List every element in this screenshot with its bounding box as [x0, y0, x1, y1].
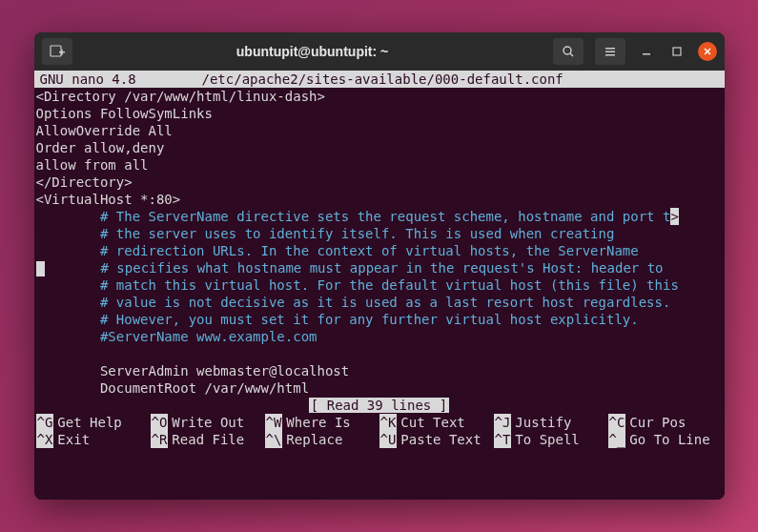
comment-text: # However, you must set it for any furth…: [100, 312, 639, 327]
close-button[interactable]: [698, 42, 717, 61]
svg-rect-9: [673, 48, 681, 55]
comment-text: # the server uses to identify itself. Th…: [100, 226, 614, 241]
new-terminal-button[interactable]: [42, 38, 72, 65]
comment-text: # match this virtual host. For the defau…: [100, 277, 679, 293]
shortcut-key: ^J: [494, 414, 512, 431]
terminal-body[interactable]: GNU nano 4.8 /etc/apache2/sites-availabl…: [34, 71, 725, 500]
maximize-icon: [671, 46, 683, 57]
shortcut-label: Paste Text: [400, 431, 481, 448]
comment-text: # The ServerName directive sets the requ…: [100, 209, 670, 224]
config-text: ServerAdmin webmaster@localhost: [100, 363, 349, 379]
nano-filepath: /etc/apache2/sites-available/000-default…: [202, 71, 719, 88]
minimize-icon: [641, 46, 652, 57]
editor-line: # match this virtual host. For the defau…: [34, 276, 725, 294]
titlebar: ubuntupit@ubuntupit: ~: [34, 32, 725, 71]
maximize-button[interactable]: [667, 42, 686, 61]
svg-line-4: [570, 53, 573, 56]
shortcut-label: Write Out: [172, 414, 244, 431]
hamburger-icon: [604, 45, 617, 58]
shortcut-key: ^W: [265, 414, 283, 431]
shortcut-where-is[interactable]: ^WWhere Is: [265, 414, 379, 431]
menu-button[interactable]: [595, 38, 625, 65]
editor-line: # redirection URLs. In the context of vi…: [34, 242, 725, 259]
shortcut-key: ^C: [608, 414, 626, 431]
editor-line: #ServerName www.example.com: [34, 328, 725, 345]
close-icon: [702, 46, 713, 57]
editor-line: DocumentRoot /var/www/html: [34, 379, 725, 397]
shortcut-go-to-line[interactable]: ^_Go To Line: [608, 431, 723, 448]
editor-line: # value is not decisive as it is used as…: [34, 294, 725, 311]
nano-header: GNU nano 4.8 /etc/apache2/sites-availabl…: [34, 71, 725, 88]
editor-line: # The ServerName directive sets the requ…: [34, 208, 725, 225]
comment-text: #ServerName www.example.com: [100, 329, 318, 344]
shortcut-cut-text[interactable]: ^KCut Text: [379, 414, 494, 431]
svg-rect-8: [643, 53, 650, 55]
editor-line: <VirtualHost *:80>: [34, 191, 725, 208]
nano-status: [ Read 39 lines ]: [34, 397, 725, 414]
svg-rect-0: [51, 46, 61, 56]
shortcut-write-out[interactable]: ^OWrite Out: [151, 414, 265, 431]
shortcut-get-help[interactable]: ^GGet Help: [36, 414, 151, 431]
shortcut-label: Cut Text: [400, 414, 464, 431]
shortcut-to-spell[interactable]: ^TTo Spell: [494, 431, 608, 448]
shortcut-key: ^R: [151, 431, 169, 448]
terminal-window: ubuntupit@ubuntupit: ~: [34, 32, 725, 500]
shortcut-justify[interactable]: ^JJustify: [494, 414, 608, 431]
search-icon: [562, 45, 575, 58]
shortcut-label: Go To Line: [629, 431, 709, 448]
text-cursor: [36, 261, 45, 276]
svg-rect-5: [605, 48, 615, 50]
shortcut-row: ^XExit ^RRead File ^\Replace ^UPaste Tex…: [34, 431, 725, 448]
editor-line: allow from all: [34, 156, 725, 174]
editor-line-cursor: # specifies what hostname must appear in…: [34, 259, 725, 276]
editor-line: AllowOverride All: [34, 122, 725, 139]
shortcut-key: ^X: [36, 431, 54, 448]
shortcut-paste-text[interactable]: ^UPaste Text: [379, 431, 494, 448]
shortcut-cur-pos[interactable]: ^CCur Pos: [608, 414, 723, 431]
shortcut-key: ^U: [379, 431, 398, 448]
shortcut-label: Exit: [57, 431, 90, 448]
comment-text: # value is not decisive as it is used as…: [100, 295, 670, 310]
shortcut-key: ^T: [494, 431, 512, 448]
editor-line: # However, you must set it for any furth…: [34, 311, 725, 328]
terminal-plus-icon: [50, 44, 65, 59]
shortcut-label: Replace: [286, 431, 342, 448]
shortcut-key: ^O: [151, 414, 169, 431]
shortcut-key: ^G: [36, 414, 54, 431]
editor-line: Order allow,deny: [34, 139, 725, 156]
shortcut-label: Cur Pos: [629, 414, 686, 431]
search-button[interactable]: [553, 38, 584, 65]
svg-rect-7: [605, 54, 615, 56]
shortcut-label: Read File: [172, 431, 244, 448]
titlebar-left: [42, 38, 72, 65]
shortcut-row: ^GGet Help ^OWrite Out ^WWhere Is ^KCut …: [34, 414, 725, 431]
shortcut-read-file[interactable]: ^RRead File: [151, 431, 265, 448]
shortcut-key: ^\: [265, 431, 283, 448]
shortcut-key: ^_: [608, 431, 626, 448]
status-text: [ Read 39 lines ]: [309, 398, 449, 413]
shortcut-label: To Spell: [515, 431, 579, 448]
editor-line: [34, 345, 725, 362]
editor-line: ServerAdmin webmaster@localhost: [34, 362, 725, 379]
shortcut-label: Get Help: [57, 414, 121, 431]
nano-version: GNU nano 4.8: [40, 71, 202, 88]
svg-point-3: [563, 47, 571, 54]
titlebar-right: [553, 38, 717, 65]
window-title: ubuntupit@ubuntupit: ~: [80, 44, 545, 59]
shortcut-replace[interactable]: ^\Replace: [265, 431, 379, 448]
svg-rect-2: [61, 50, 62, 55]
editor-line: # the server uses to identify itself. Th…: [34, 225, 725, 242]
svg-rect-6: [605, 51, 615, 53]
comment-text: # redirection URLs. In the context of vi…: [100, 243, 639, 258]
overflow-indicator: >: [670, 208, 679, 225]
editor-line: Options FollowSymLinks: [34, 105, 725, 122]
shortcut-label: Justify: [515, 414, 571, 431]
editor-line: </Directory>: [34, 174, 725, 191]
shortcut-label: Where Is: [286, 414, 350, 431]
editor-line: <Directory /var/www/html/linux-dash>: [34, 88, 725, 105]
minimize-button[interactable]: [637, 42, 656, 61]
shortcut-key: ^K: [379, 414, 398, 431]
comment-text: # specifies what hostname must appear in…: [101, 260, 664, 276]
shortcut-exit[interactable]: ^XExit: [36, 431, 151, 448]
config-text: DocumentRoot /var/www/html: [100, 380, 309, 396]
